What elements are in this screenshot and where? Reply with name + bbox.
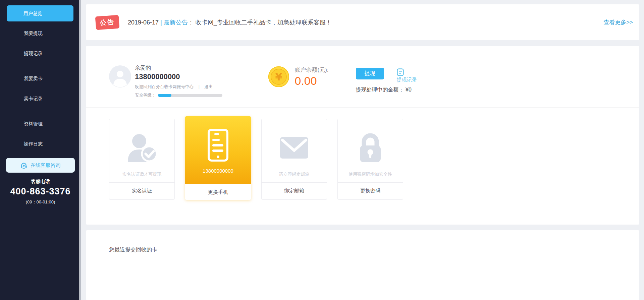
- pending-amount-value: ¥0: [406, 87, 412, 93]
- greeting-text: 亲爱的: [135, 65, 222, 72]
- card-change-phone[interactable]: 13800000000 更换手机: [185, 116, 251, 200]
- withdraw-record-link[interactable]: 提现记录: [397, 77, 417, 83]
- card-footer-label[interactable]: 实名认证: [109, 182, 174, 198]
- sidebar-item-operation-log[interactable]: 操作日志: [0, 134, 81, 154]
- lock-icon: [357, 133, 383, 164]
- avatar: [109, 65, 131, 87]
- sidebar: 用户总览 我要提现 提现记录 我要卖卡 卖卡记录 资料管理 操作日志 在线客服咨…: [0, 0, 81, 300]
- hotline-number: 400-863-3376: [0, 186, 81, 197]
- account-panel: 亲爱的 13800000000 欢迎回到百分百收卡网账号中心 ｜ 退出 安全等级…: [86, 46, 639, 225]
- security-level-label: 安全等级：: [135, 93, 156, 98]
- person-check-icon: [126, 132, 158, 165]
- card-footer-label[interactable]: 更换密码: [338, 182, 403, 198]
- hotline-label: 客服电话: [0, 179, 81, 185]
- sidebar-item-sell-card[interactable]: 我要卖卡: [0, 68, 81, 88]
- pending-amount-label: 提现处理中的金额：: [356, 87, 404, 93]
- separator: ｜: [197, 84, 201, 90]
- card-footer-label[interactable]: 更换手机: [185, 184, 251, 200]
- security-progress-track: [158, 94, 222, 97]
- online-service-label: 在线客服咨询: [31, 162, 61, 169]
- announcement-label: 最新公告: [164, 19, 188, 26]
- sidebar-item-user-overview[interactable]: 用户总览: [7, 5, 73, 21]
- phone-icon: [208, 129, 228, 163]
- card-bind-email[interactable]: 请立即绑定邮箱 绑定邮箱: [261, 119, 327, 200]
- view-more-link[interactable]: 查看更多>>: [603, 18, 633, 26]
- user-info-block: 亲爱的 13800000000 欢迎回到百分百收卡网账号中心 ｜ 退出 安全等级…: [135, 65, 222, 98]
- account-top-row: 亲爱的 13800000000 欢迎回到百分百收卡网账号中心 ｜ 退出 安全等级…: [86, 46, 639, 108]
- recent-cards-panel: 您最近提交回收的卡: [86, 230, 639, 300]
- security-progress-fill: [158, 94, 171, 97]
- card-caption: 请立即绑定邮箱: [279, 171, 310, 177]
- withdraw-block: 提现 提现记录 提现处理中的金额： ¥0: [356, 68, 417, 94]
- username: 13800000000: [135, 72, 222, 81]
- announcement-body: 收卡网_专业回收二手礼品卡，加急处理联系客服！: [196, 19, 332, 26]
- envelope-icon: [280, 137, 308, 160]
- announcement-date: 2019-06-17: [128, 19, 159, 26]
- hotline-hours: (09：00-01:00): [0, 199, 81, 205]
- recent-cards-title: 您最近提交回收的卡: [109, 246, 616, 253]
- card-footer-label[interactable]: 绑定邮箱: [262, 182, 327, 198]
- announcement-bar: 公告 2019-06-17 | 最新公告： 收卡网_专业回收二手礼品卡，加急处理…: [86, 4, 639, 40]
- welcome-text: 欢迎回到百分百收卡网账号中心: [135, 84, 194, 90]
- logout-link[interactable]: 退出: [204, 84, 213, 90]
- main-content: 公告 2019-06-17 | 最新公告： 收卡网_专业回收二手礼品卡，加急处理…: [81, 0, 644, 300]
- balance-block: ¥ 账户余额(元): 0.00: [268, 66, 329, 87]
- sidebar-scrollbar[interactable]: [79, 0, 81, 300]
- card-caption: 13800000000: [203, 168, 233, 174]
- sidebar-item-profile[interactable]: 资料管理: [0, 114, 81, 134]
- sidebar-item-withdraw-records[interactable]: 提现记录: [0, 43, 81, 63]
- announcement-text: 2019-06-17 | 最新公告： 收卡网_专业回收二手礼品卡，加急处理联系客…: [128, 18, 332, 26]
- balance-label: 账户余额(元):: [295, 66, 329, 74]
- card-caption: 使用强密码增加安全性: [348, 171, 392, 177]
- headset-icon: [20, 162, 27, 169]
- card-real-name-verification[interactable]: 实名认证后才可提现 实名认证: [109, 119, 175, 200]
- withdraw-record-icon: [397, 68, 404, 76]
- security-cards-row: 实名认证后才可提现 实名认证: [86, 108, 639, 225]
- svg-text:¥: ¥: [275, 71, 282, 83]
- card-change-password[interactable]: 使用强密码增加安全性 更换密码: [337, 119, 403, 200]
- balance-value: 0.00: [295, 74, 329, 87]
- withdraw-button[interactable]: 提现: [356, 68, 384, 79]
- card-caption: 实名认证后才可提现: [122, 171, 162, 177]
- sidebar-item-sell-records[interactable]: 卖卡记录: [0, 88, 81, 109]
- online-service-button[interactable]: 在线客服咨询: [6, 158, 75, 173]
- announcement-badge: 公告: [95, 15, 120, 30]
- coin-icon: ¥: [268, 66, 289, 87]
- sidebar-item-withdraw[interactable]: 我要提现: [0, 23, 81, 43]
